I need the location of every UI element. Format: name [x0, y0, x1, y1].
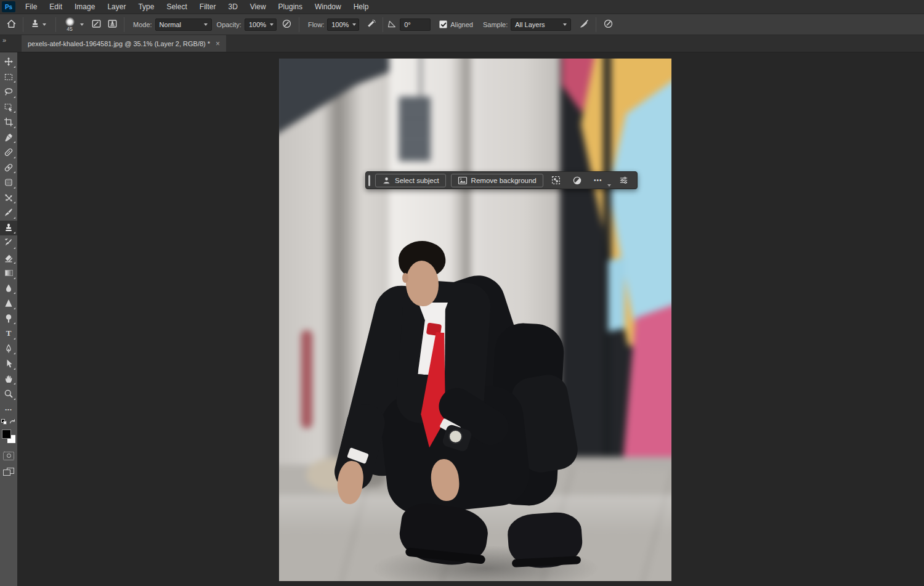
aligned-label: Aligned [450, 21, 473, 28]
taskbar-more-options-button[interactable]: ••• [590, 174, 606, 187]
menu-plugins[interactable]: Plugins [272, 0, 309, 14]
document-tab-title: pexels-atef-khaled-1964581.jpg @ 35.1% (… [28, 40, 210, 47]
menu-3d[interactable]: 3D [222, 0, 243, 14]
color-swatches [2, 429, 16, 444]
document-tab-strip: » pexels-atef-khaled-1964581.jpg @ 35.1%… [0, 35, 924, 52]
sample-value: All Layers [515, 21, 545, 28]
document-canvas[interactable] [279, 59, 671, 581]
move-tool[interactable] [0, 54, 17, 70]
aligned-checkbox[interactable] [439, 20, 447, 28]
face [406, 261, 439, 306]
remove-background-button[interactable]: Remove background [451, 174, 543, 187]
brush-size: 45 [67, 26, 72, 31]
clone-stamp-icon [4, 223, 14, 233]
document-tab[interactable]: pexels-atef-khaled-1964581.jpg @ 35.1% (… [22, 35, 226, 52]
transform-image-button[interactable] [548, 174, 564, 187]
toggle-clone-source-button[interactable] [104, 17, 120, 33]
menu-filter[interactable]: Filter [193, 0, 222, 14]
more-options-icon: ••• [594, 177, 602, 184]
menu-help[interactable]: Help [347, 0, 375, 14]
edit-toolbar-button[interactable]: ••• [5, 404, 12, 415]
photo-subject-man [279, 59, 671, 581]
chevron-down-icon [270, 23, 274, 26]
content-aware-move-tool[interactable] [0, 190, 17, 206]
dodge-tool[interactable] [0, 311, 17, 327]
type-tool[interactable]: T [0, 326, 17, 341]
menu-file[interactable]: File [19, 0, 43, 14]
ignore-adjustment-layers-button[interactable] [576, 17, 592, 33]
sharpen-tool[interactable] [0, 296, 17, 311]
brush-preset-picker[interactable]: 45 [60, 17, 88, 33]
menu-window[interactable]: Window [309, 0, 347, 14]
angle-icon [387, 19, 397, 30]
path-selection-tool[interactable] [0, 356, 17, 372]
rectangular-marquee-tool[interactable] [0, 70, 17, 85]
blend-mode-select[interactable]: Normal [155, 18, 212, 31]
quick-mask-button[interactable] [3, 452, 14, 460]
brush-angle-field[interactable]: 0° [400, 18, 431, 31]
gradient-tool[interactable] [0, 266, 17, 281]
lasso-tool[interactable] [0, 84, 17, 100]
tools-panel: T ••• [0, 52, 17, 586]
collapse-panels-chevrons[interactable]: » [0, 35, 9, 52]
eraser-tool[interactable] [0, 251, 17, 266]
chevron-down-icon [204, 23, 208, 26]
menu-bar: Ps File Edit Image Layer Type Select Fil… [0, 0, 924, 14]
hand-tool[interactable] [0, 372, 17, 387]
sharpen-icon [4, 298, 14, 308]
history-brush-tool[interactable] [0, 235, 17, 251]
flow-label: Flow: [308, 21, 324, 28]
clone-stamp-tool[interactable] [0, 221, 17, 236]
flow-field[interactable]: 100% [327, 18, 359, 31]
menu-image[interactable]: Image [68, 0, 101, 14]
patch-tool[interactable] [0, 175, 17, 190]
ignore-adjustment-layers-icon [579, 18, 590, 30]
contextual-task-bar: Select subject Remove background ••• [365, 171, 638, 189]
image-icon [458, 176, 468, 185]
blur-tool[interactable] [0, 281, 17, 296]
flow-value: 100% [331, 21, 349, 28]
zoom-tool[interactable] [0, 386, 17, 402]
swap-colors-icon[interactable] [9, 418, 16, 426]
eyedropper-tool[interactable] [0, 130, 17, 145]
aligned-option[interactable]: Aligned [439, 20, 473, 28]
brush-tool[interactable] [0, 205, 17, 221]
move-icon [4, 57, 14, 67]
home-button[interactable] [3, 17, 19, 33]
menu-edit[interactable]: Edit [43, 0, 68, 14]
object-selection-tool[interactable] [0, 100, 17, 115]
airbrush-toggle-button[interactable] [363, 17, 379, 33]
toggle-brush-settings-button[interactable] [88, 17, 104, 33]
sample-select[interactable]: All Layers [511, 18, 571, 31]
pen-tool[interactable] [0, 341, 17, 357]
taskbar-grip-handle[interactable] [368, 175, 370, 186]
menu-layer[interactable]: Layer [101, 0, 132, 14]
menu-view[interactable]: View [244, 0, 272, 14]
chevron-down-icon [43, 23, 46, 26]
pressure-size-button[interactable] [600, 17, 616, 33]
gradient-icon [5, 270, 13, 276]
adjust-tone-button[interactable] [569, 174, 585, 187]
clone-source-panel-icon [107, 18, 118, 30]
menu-select[interactable]: Select [160, 0, 193, 14]
history-brush-icon [4, 238, 14, 248]
menu-type[interactable]: Type [132, 0, 160, 14]
sample-label: Sample: [483, 21, 508, 28]
screen-mode-button[interactable] [3, 468, 14, 476]
default-colors-icon[interactable] [1, 419, 7, 425]
taskbar-properties-button[interactable] [616, 174, 632, 187]
tool-preset-picker[interactable] [27, 17, 52, 33]
select-subject-button[interactable]: Select subject [375, 174, 446, 187]
spot-healing-brush-tool[interactable] [0, 145, 17, 160]
foreground-color-swatch[interactable] [2, 429, 11, 439]
tab-close-icon[interactable]: × [216, 41, 220, 47]
brush-angle-value: 0° [404, 21, 411, 28]
eraser-icon [4, 253, 14, 263]
pressure-opacity-button[interactable] [279, 17, 295, 33]
crop-tool[interactable] [0, 115, 17, 130]
home-icon [6, 18, 17, 30]
healing-brush-tool[interactable] [0, 160, 17, 176]
select-subject-label: Select subject [395, 177, 439, 184]
opacity-field[interactable]: 100% [245, 18, 277, 31]
chevron-down-icon [80, 23, 84, 26]
